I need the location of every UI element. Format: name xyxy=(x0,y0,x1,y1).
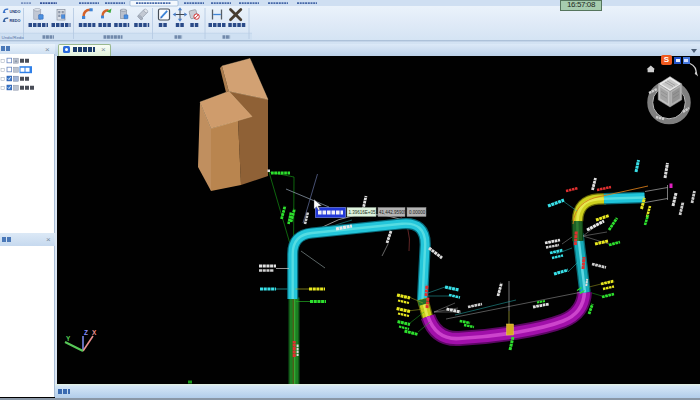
svg-text:Undo/Redo: Undo/Redo xyxy=(2,35,25,40)
svg-text:1.39616E+05: 1.39616E+05 xyxy=(349,210,376,215)
svg-text:Z: Z xyxy=(84,329,88,336)
svg-text:UNDO: UNDO xyxy=(9,10,20,14)
svg-text:0.00000: 0.00000 xyxy=(409,210,426,215)
svg-text:Y: Y xyxy=(66,335,71,342)
svg-text:X: X xyxy=(92,329,97,336)
svg-text:41,442.95909: 41,442.95909 xyxy=(379,210,407,215)
svg-text:REDO: REDO xyxy=(9,19,20,23)
